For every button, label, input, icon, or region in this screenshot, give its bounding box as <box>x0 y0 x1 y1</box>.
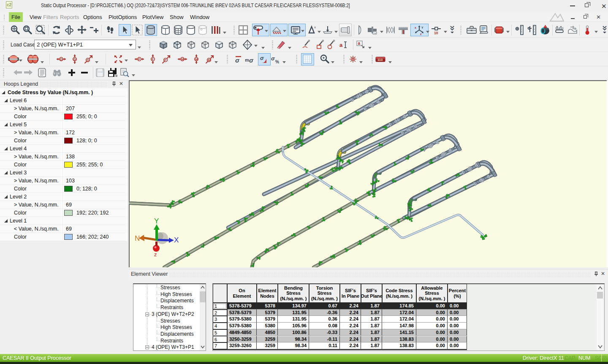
svg-text:Y: Y <box>421 26 423 29</box>
svg-text:-+: -+ <box>374 32 376 35</box>
svg-text:σ: σ <box>260 55 264 61</box>
svg-text:M: M <box>181 57 184 61</box>
svg-text:σ: σ <box>271 55 275 62</box>
svg-text:x: x <box>314 25 316 29</box>
svg-text:σ: σ <box>249 57 254 64</box>
svg-text:F: F <box>164 58 166 62</box>
svg-text:a: a <box>339 42 343 48</box>
svg-text:a: a <box>358 41 361 46</box>
svg-text:z: z <box>154 251 157 258</box>
svg-text:σ: σ <box>235 57 240 64</box>
svg-text:x: x <box>415 26 416 29</box>
svg-text:10: 10 <box>434 31 438 35</box>
svg-text:X: X <box>174 236 179 244</box>
svg-text:D: D <box>60 57 62 61</box>
svg-text:D: D <box>87 58 89 62</box>
svg-text:z: z <box>420 33 422 35</box>
svg-text:M: M <box>208 58 211 62</box>
svg-text:Y: Y <box>154 217 159 225</box>
svg-text:D: D <box>73 57 76 61</box>
svg-text:M: M <box>195 57 198 61</box>
svg-text:113: 113 <box>377 58 383 62</box>
svg-text:m: m <box>245 57 249 62</box>
svg-text:%: % <box>275 60 279 64</box>
svg-text:N: N <box>135 234 140 242</box>
svg-text:F: F <box>152 57 154 61</box>
svg-text:F: F <box>138 57 140 61</box>
